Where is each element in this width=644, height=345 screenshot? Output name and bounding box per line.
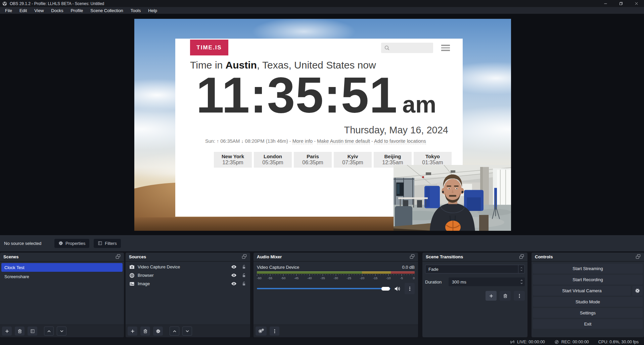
popout-icon[interactable]: [636, 254, 641, 260]
add-source-button[interactable]: [128, 327, 137, 336]
add-transition-button[interactable]: [486, 291, 497, 301]
source-selection-status: No source selected: [4, 241, 54, 246]
search-input[interactable]: [381, 43, 433, 53]
mixer-channel-name: Video Capture Device: [257, 265, 299, 270]
mixer-menu-button[interactable]: [270, 327, 279, 336]
trash-icon: [143, 329, 148, 334]
city-london[interactable]: London05:35pm: [254, 152, 292, 168]
sun-info-line: Sun: ↑ 06:35AM ↓ 08:20PM (13h 46m) - Mor…: [175, 138, 456, 144]
scenes-toolbar: [0, 325, 124, 337]
gear-icon: [58, 241, 63, 246]
city-paris[interactable]: Paris06:35pm: [294, 152, 332, 168]
transition-select[interactable]: Fade: [425, 265, 525, 273]
exit-button[interactable]: Exit: [533, 319, 643, 329]
transition-menu-button[interactable]: [514, 291, 525, 301]
mixer-channel-menu-button[interactable]: [405, 283, 415, 294]
dots-icon: [272, 329, 277, 334]
timeis-logo[interactable]: TIME.IS: [190, 40, 228, 55]
filters-button[interactable]: Filters: [94, 239, 121, 248]
menu-scene-collection[interactable]: Scene Collection: [87, 7, 127, 14]
settings-button[interactable]: Settings: [533, 308, 643, 318]
menu-profile[interactable]: Profile: [67, 7, 87, 14]
minimize-button[interactable]: [598, 0, 613, 7]
chevron-up-icon: [47, 329, 51, 334]
start-recording-button[interactable]: Start Recording: [533, 275, 643, 285]
move-scene-up-button[interactable]: [44, 327, 54, 336]
lock-unlocked-icon[interactable]: [241, 264, 246, 269]
preview-area: TIME.IS Time in Austin, Texas, United St…: [0, 14, 644, 235]
move-scene-down-button[interactable]: [57, 327, 66, 336]
menu-docks[interactable]: Docks: [47, 7, 67, 14]
duration-value: 300 ms: [449, 279, 518, 285]
webcam-video-source[interactable]: [394, 165, 511, 231]
rec-status: REC: 00:00:00: [554, 340, 589, 344]
dock-area: Scenes Clock Test Screenshare Sources Vi…: [0, 251, 644, 339]
advanced-audio-button[interactable]: [256, 327, 267, 336]
source-properties-button[interactable]: [153, 327, 163, 336]
scene-row-clock-test[interactable]: Clock Test: [1, 263, 123, 272]
remove-scene-button[interactable]: [15, 327, 25, 336]
plus-icon: [5, 329, 9, 334]
source-row-browser[interactable]: Browser: [126, 271, 249, 279]
popout-icon[interactable]: [410, 254, 415, 260]
more-info-link[interactable]: More info: [292, 138, 313, 144]
add-favorite-link[interactable]: Add to favorite locations: [374, 138, 426, 144]
volume-slider[interactable]: [257, 288, 390, 289]
spin-down-icon[interactable]: [520, 282, 523, 285]
start-virtual-camera-button[interactable]: Start Virtual Camera: [533, 286, 631, 296]
menu-tools[interactable]: Tools: [127, 7, 144, 14]
live-status: LIVE: 00:00:00: [510, 340, 545, 344]
city-newyork[interactable]: New York12:35pm: [214, 152, 252, 168]
gear-icon: [156, 329, 160, 334]
audio-mixer-panel-header: Audio Mixer: [254, 253, 418, 262]
controls-panel-header: Controls: [532, 253, 644, 262]
scene-filters-button[interactable]: [28, 327, 37, 336]
sources-panel: Sources Video Capture Device Browser Ima…: [126, 253, 250, 337]
menu-edit[interactable]: Edit: [16, 7, 31, 14]
make-default-link[interactable]: Make Austin time default: [317, 138, 370, 144]
source-row-image[interactable]: Image: [126, 279, 249, 288]
start-streaming-button[interactable]: Start Streaming: [533, 264, 643, 273]
remove-source-button[interactable]: [140, 327, 150, 336]
city-kyiv[interactable]: Kyiv07:35pm: [334, 152, 372, 168]
close-button[interactable]: [629, 0, 644, 7]
move-source-up-button[interactable]: [170, 327, 179, 336]
transition-select-arrows[interactable]: [518, 265, 524, 273]
sun-times: Sun: ↑ 06:35AM ↓ 08:20PM (13h 46m): [205, 138, 288, 144]
volume-slider-handle[interactable]: [381, 287, 390, 291]
duration-spinbox[interactable]: 300 ms: [449, 277, 525, 286]
speaker-icon[interactable]: [394, 286, 401, 292]
dots-icon: [407, 286, 412, 291]
scene-preview-canvas[interactable]: TIME.IS Time in Austin, Texas, United St…: [134, 19, 511, 231]
scene-row-screenshare[interactable]: Screenshare: [1, 272, 123, 281]
chevron-down-icon: [520, 269, 523, 272]
webcam-feed: [394, 165, 511, 231]
popout-icon[interactable]: [519, 254, 524, 260]
mixer-channel: Video Capture Device 0.0 dB -60 -55 -50 …: [254, 262, 418, 294]
menu-view[interactable]: View: [31, 7, 47, 14]
move-source-down-button[interactable]: [182, 327, 192, 336]
visibility-eye-icon[interactable]: [231, 264, 237, 270]
hamburger-menu-icon[interactable]: [441, 45, 450, 52]
popout-icon[interactable]: [242, 254, 247, 260]
menu-file[interactable]: File: [1, 7, 16, 14]
chevron-up-icon: [520, 266, 523, 269]
scene-transitions-panel-header: Scene Transitions: [422, 253, 527, 262]
lock-unlocked-icon[interactable]: [241, 273, 246, 278]
remove-transition-button[interactable]: [500, 291, 511, 301]
menu-help[interactable]: Help: [144, 7, 161, 14]
maximize-button[interactable]: [613, 0, 629, 7]
add-scene-button[interactable]: [2, 327, 12, 336]
visibility-eye-icon[interactable]: [231, 272, 237, 278]
properties-button[interactable]: Properties: [54, 239, 89, 248]
studio-mode-button[interactable]: Studio Mode: [533, 297, 643, 307]
trash-icon: [17, 329, 22, 334]
source-row-video-capture-device[interactable]: Video Capture Device: [126, 263, 249, 271]
lock-unlocked-icon[interactable]: [241, 281, 246, 286]
gear-icon: [635, 288, 640, 293]
spin-up-icon[interactable]: [520, 279, 523, 282]
visibility-eye-icon[interactable]: [231, 281, 237, 287]
search-icon: [384, 45, 390, 51]
virtual-camera-settings-button[interactable]: [632, 286, 643, 296]
popout-icon[interactable]: [116, 254, 121, 260]
